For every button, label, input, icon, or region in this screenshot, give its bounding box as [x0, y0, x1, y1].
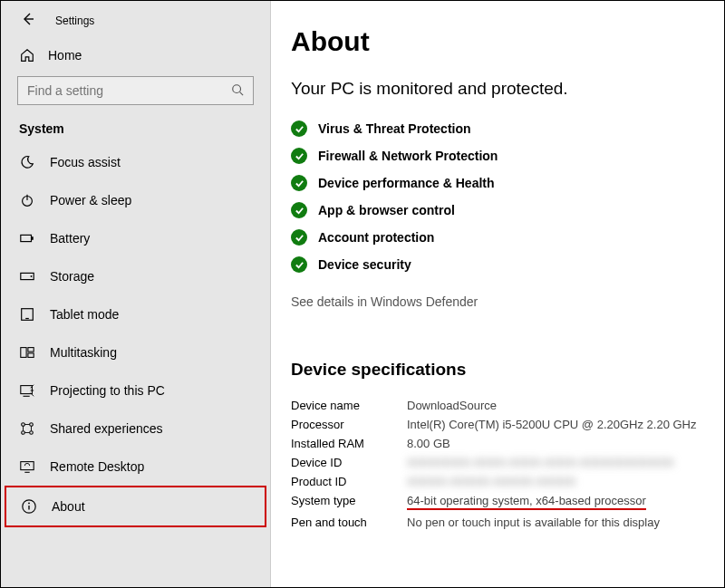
sidebar-item-remote-desktop[interactable]: Remote Desktop	[1, 448, 270, 486]
sidebar-item-storage[interactable]: Storage	[1, 257, 270, 295]
svg-point-17	[22, 431, 25, 435]
page-title: About	[291, 26, 711, 57]
svg-rect-13	[28, 353, 34, 358]
svg-point-15	[22, 423, 25, 427]
sidebar-item-label: Storage	[50, 269, 94, 284]
sidebar-item-power-sleep[interactable]: Power & sleep	[1, 181, 270, 219]
sidebar-item-about[interactable]: About	[5, 486, 266, 527]
settings-title: Settings	[55, 14, 94, 27]
protection-subtitle: Your PC is monitored and protected.	[291, 79, 711, 99]
sidebar-item-projecting[interactable]: Projecting to this PC	[1, 371, 270, 410]
spec-label: Installed RAM	[291, 437, 407, 450]
main-content: About Your PC is monitored and protected…	[270, 1, 724, 587]
spec-row-pen-touch: Pen and touch No pen or touch input is a…	[291, 513, 711, 532]
multitask-icon	[19, 344, 35, 361]
protection-item: Device security	[291, 251, 711, 278]
system-type-highlight: 64-bit operating system, x64-based proce…	[407, 494, 646, 510]
back-button[interactable]	[21, 12, 35, 29]
spec-row-device-id: Device ID XXXXXXXX-XXXX-XXXX-XXXX-XXXXXX…	[291, 453, 711, 472]
moon-icon	[19, 154, 35, 170]
svg-point-27	[28, 503, 30, 505]
sidebar-item-battery[interactable]: Battery	[1, 219, 270, 257]
power-icon	[19, 192, 35, 208]
check-icon	[291, 229, 307, 246]
sidebar-item-shared-experiences[interactable]: Shared experiences	[1, 410, 270, 448]
battery-icon	[19, 230, 35, 246]
sidebar-item-label: About	[52, 499, 85, 514]
sidebar-nav: Focus assist Power & sleep Battery Stora…	[1, 143, 270, 527]
sidebar-item-label: Remote Desktop	[50, 459, 144, 474]
defender-link[interactable]: See details in Windows Defender	[291, 294, 478, 309]
home-label: Home	[48, 48, 82, 63]
spec-label: Pen and touch	[291, 516, 407, 529]
check-icon	[291, 148, 307, 164]
svg-point-1	[233, 84, 241, 92]
tablet-icon	[19, 306, 35, 323]
spec-value-redacted: XXXXXXXX-XXXX-XXXX-XXXX-XXXXXXXXXXXX	[407, 456, 711, 469]
check-icon	[291, 256, 307, 273]
check-icon	[291, 202, 307, 218]
spec-value: No pen or touch input is available for t…	[407, 516, 711, 529]
spec-label: System type	[291, 494, 407, 510]
spec-value: 64-bit operating system, x64-based proce…	[407, 494, 711, 510]
svg-rect-6	[32, 236, 34, 240]
project-icon	[19, 382, 35, 399]
protection-item: Firewall & Network Protection	[291, 142, 711, 169]
spec-value: 8.00 GB	[407, 437, 711, 450]
protection-list: Virus & Threat Protection Firewall & Net…	[291, 115, 711, 278]
protection-item: Account protection	[291, 224, 711, 251]
protection-label: Device security	[318, 257, 411, 272]
svg-line-2	[240, 92, 244, 95]
svg-rect-11	[21, 348, 26, 358]
home-nav[interactable]: Home	[1, 38, 270, 76]
svg-point-18	[30, 431, 34, 435]
spec-row-system-type: System type 64-bit operating system, x64…	[291, 491, 711, 513]
spec-row-ram: Installed RAM 8.00 GB	[291, 434, 711, 453]
storage-icon	[19, 268, 35, 284]
sidebar-item-label: Tablet mode	[50, 307, 119, 322]
svg-point-8	[31, 275, 33, 277]
sidebar-item-label: Shared experiences	[50, 421, 163, 436]
check-icon	[291, 175, 307, 191]
sidebar-item-label: Focus assist	[50, 155, 121, 169]
spec-row-processor: Processor Intel(R) Core(TM) i5-5200U CPU…	[291, 415, 711, 434]
spec-heading: Device specifications	[291, 360, 711, 380]
sidebar-item-label: Multitasking	[50, 345, 117, 360]
spec-label: Device ID	[291, 456, 407, 469]
svg-point-16	[30, 423, 34, 427]
protection-label: Device performance & Health	[318, 176, 495, 190]
sidebar-item-multitasking[interactable]: Multitasking	[1, 333, 270, 371]
search-icon	[231, 83, 244, 99]
svg-rect-5	[21, 235, 32, 241]
spec-label: Device name	[291, 399, 407, 412]
spec-value-redacted: XXXXX-XXXXX-XXXXX-XXXXX	[407, 475, 711, 488]
svg-rect-12	[28, 348, 34, 352]
spec-label: Product ID	[291, 475, 407, 488]
sidebar-item-label: Battery	[50, 231, 90, 246]
spec-row-device-name: Device name DownloadSource	[291, 396, 711, 415]
spec-value: DownloadSource	[407, 399, 711, 412]
protection-item: Virus & Threat Protection	[291, 115, 711, 142]
protection-label: Account protection	[318, 230, 434, 245]
search-input[interactable]	[27, 83, 231, 98]
sidebar-item-tablet-mode[interactable]: Tablet mode	[1, 295, 270, 333]
sidebar-item-label: Power & sleep	[50, 193, 131, 207]
sidebar-item-focus-assist[interactable]: Focus assist	[1, 143, 270, 181]
spec-label: Processor	[291, 418, 407, 431]
protection-item: Device performance & Health	[291, 169, 711, 197]
protection-label: App & browser control	[318, 203, 455, 217]
info-icon	[21, 498, 37, 515]
spec-value: Intel(R) Core(TM) i5-5200U CPU @ 2.20GHz…	[407, 418, 711, 431]
protection-label: Firewall & Network Protection	[318, 149, 498, 163]
remote-icon	[19, 458, 35, 475]
sidebar-section-title: System	[1, 121, 270, 143]
svg-rect-14	[21, 386, 33, 394]
search-box[interactable]	[17, 76, 254, 105]
spec-row-product-id: Product ID XXXXX-XXXXX-XXXXX-XXXXX	[291, 472, 711, 491]
sidebar-item-label: Projecting to this PC	[50, 383, 165, 398]
protection-item: App & browser control	[291, 197, 711, 224]
check-icon	[291, 120, 307, 137]
home-icon	[19, 47, 35, 63]
protection-label: Virus & Threat Protection	[318, 121, 471, 136]
shared-icon	[19, 420, 35, 437]
